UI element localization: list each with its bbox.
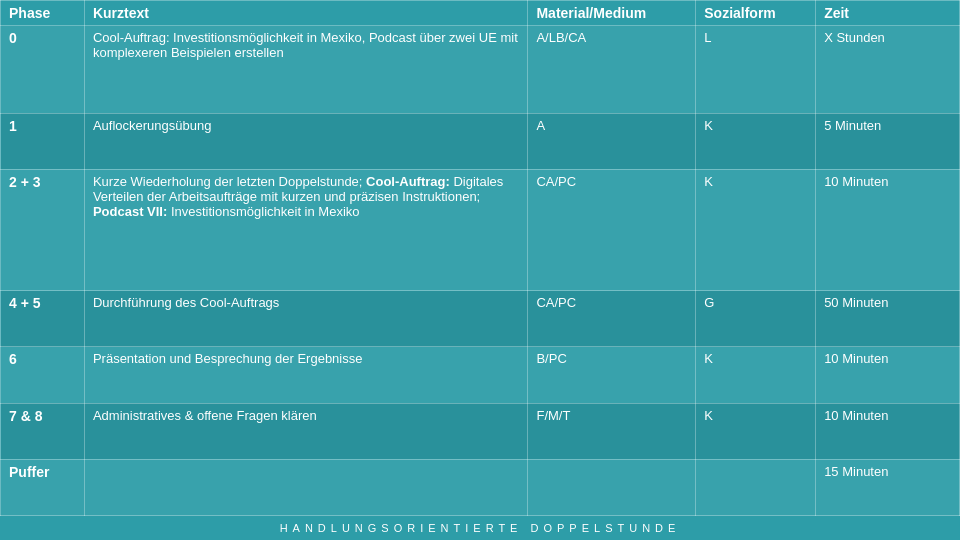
cell-material: B/PC xyxy=(528,347,696,403)
cell-kurztext: Administratives & offene Fragen klären xyxy=(84,403,528,459)
cell-material: A xyxy=(528,113,696,169)
header-phase: Phase xyxy=(1,1,85,26)
cell-material: CA/PC xyxy=(528,291,696,347)
table-row: 0Cool-Auftrag: Investitionsmöglichkeit i… xyxy=(1,26,960,114)
cell-kurztext: Auflockerungsübung xyxy=(84,113,528,169)
cell-sozialform xyxy=(696,459,816,515)
cell-phase: 2 + 3 xyxy=(1,169,85,290)
cell-material: F/M/T xyxy=(528,403,696,459)
cell-zeit: 50 Minuten xyxy=(816,291,960,347)
cell-zeit: X Stunden xyxy=(816,26,960,114)
cell-kurztext: Präsentation und Besprechung der Ergebni… xyxy=(84,347,528,403)
cell-zeit: 10 Minuten xyxy=(816,403,960,459)
cell-material: A/LB/CA xyxy=(528,26,696,114)
header-material: Material/Medium xyxy=(528,1,696,26)
cell-sozialform: K xyxy=(696,169,816,290)
cell-kurztext: Cool-Auftrag: Investitionsmöglichkeit in… xyxy=(84,26,528,114)
lesson-table: Phase Kurztext Material/Medium Sozialfor… xyxy=(0,0,960,516)
table-row: 2 + 3Kurze Wiederholung der letzten Dopp… xyxy=(1,169,960,290)
cell-sozialform: K xyxy=(696,113,816,169)
cell-material xyxy=(528,459,696,515)
cell-sozialform: G xyxy=(696,291,816,347)
header-kurztext: Kurztext xyxy=(84,1,528,26)
main-container: Phase Kurztext Material/Medium Sozialfor… xyxy=(0,0,960,540)
footer-text: HANDLUNGSORIENTIERTE DOPPELSTUNDE xyxy=(0,516,960,540)
cell-kurztext xyxy=(84,459,528,515)
table-row: 4 + 5Durchführung des Cool-AuftragsCA/PC… xyxy=(1,291,960,347)
cell-phase: 7 & 8 xyxy=(1,403,85,459)
cell-phase: Puffer xyxy=(1,459,85,515)
cell-material: CA/PC xyxy=(528,169,696,290)
cell-phase: 1 xyxy=(1,113,85,169)
header-zeit: Zeit xyxy=(816,1,960,26)
cell-zeit: 5 Minuten xyxy=(816,113,960,169)
cell-phase: 0 xyxy=(1,26,85,114)
cell-kurztext: Kurze Wiederholung der letzten Doppelstu… xyxy=(84,169,528,290)
cell-sozialform: L xyxy=(696,26,816,114)
cell-zeit: 10 Minuten xyxy=(816,169,960,290)
table-row: 7 & 8Administratives & offene Fragen klä… xyxy=(1,403,960,459)
cell-sozialform: K xyxy=(696,347,816,403)
table-row: 1AuflockerungsübungAK5 Minuten xyxy=(1,113,960,169)
header-sozialform: Sozialform xyxy=(696,1,816,26)
table-row: Puffer15 Minuten xyxy=(1,459,960,515)
cell-sozialform: K xyxy=(696,403,816,459)
cell-phase: 6 xyxy=(1,347,85,403)
cell-zeit: 15 Minuten xyxy=(816,459,960,515)
table-row: 6Präsentation und Besprechung der Ergebn… xyxy=(1,347,960,403)
cell-kurztext: Durchführung des Cool-Auftrags xyxy=(84,291,528,347)
cell-phase: 4 + 5 xyxy=(1,291,85,347)
cell-zeit: 10 Minuten xyxy=(816,347,960,403)
